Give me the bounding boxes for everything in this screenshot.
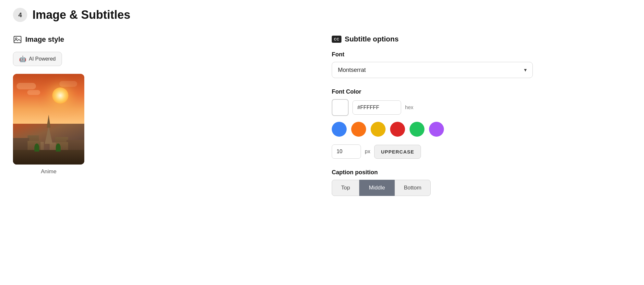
caption-position-group: Caption position Top Middle Bottom [332, 169, 631, 196]
color-circle-purple[interactable] [429, 122, 444, 137]
hex-label: hex [405, 105, 413, 110]
robot-icon: 🤖 [19, 55, 26, 63]
color-circles [332, 122, 631, 137]
color-circle-yellow[interactable] [371, 122, 386, 137]
image-icon [13, 35, 22, 44]
svg-rect-0 [14, 36, 21, 43]
image-container: Anime [13, 74, 84, 175]
font-color-group: Font Color hex px UPPERCASE [332, 88, 631, 159]
color-input-row: hex [332, 99, 631, 116]
font-group: Font Montserrat [332, 51, 631, 78]
ai-powered-button[interactable]: 🤖 AI Powered [13, 52, 62, 66]
font-select[interactable]: Montserrat [332, 62, 533, 78]
color-circle-green[interactable] [410, 122, 424, 137]
ai-powered-label: AI Powered [29, 56, 56, 62]
svg-point-1 [16, 38, 17, 40]
font-color-label: Font Color [332, 88, 631, 95]
page-header: 4 Image & Subtitles [13, 8, 631, 22]
image-label: Anime [13, 168, 84, 175]
caption-position-label: Caption position [332, 169, 631, 176]
caption-buttons: Top Middle Bottom [332, 180, 631, 196]
step-badge: 4 [13, 8, 27, 22]
image-style-header: Image style [13, 35, 312, 44]
font-select-wrapper: Montserrat [332, 62, 533, 78]
uppercase-button[interactable]: UPPERCASE [374, 145, 421, 159]
subtitle-section: CC Subtitle options Font Montserrat Font… [332, 35, 631, 196]
image-style-section: Image style 🤖 AI Powered [13, 35, 312, 196]
page-title: Image & Subtitles [32, 8, 130, 22]
px-label: px [365, 149, 370, 154]
color-circle-orange[interactable] [351, 122, 366, 137]
subtitle-options-header: CC Subtitle options [332, 35, 631, 43]
subtitle-options-title: Subtitle options [345, 35, 399, 43]
color-circle-red[interactable] [390, 122, 405, 137]
color-swatch[interactable] [332, 99, 349, 116]
main-content: Image style 🤖 AI Powered [13, 35, 631, 196]
image-style-title: Image style [25, 35, 64, 44]
font-label: Font [332, 51, 631, 58]
caption-top-button[interactable]: Top [332, 180, 359, 196]
caption-middle-button[interactable]: Middle [359, 180, 394, 196]
color-hex-input[interactable] [352, 100, 401, 115]
color-circle-blue[interactable] [332, 122, 347, 137]
image-preview [13, 74, 84, 165]
font-size-input[interactable] [332, 144, 361, 159]
caption-bottom-button[interactable]: Bottom [395, 180, 431, 196]
cc-icon: CC [332, 36, 341, 43]
font-size-row: px UPPERCASE [332, 144, 631, 159]
